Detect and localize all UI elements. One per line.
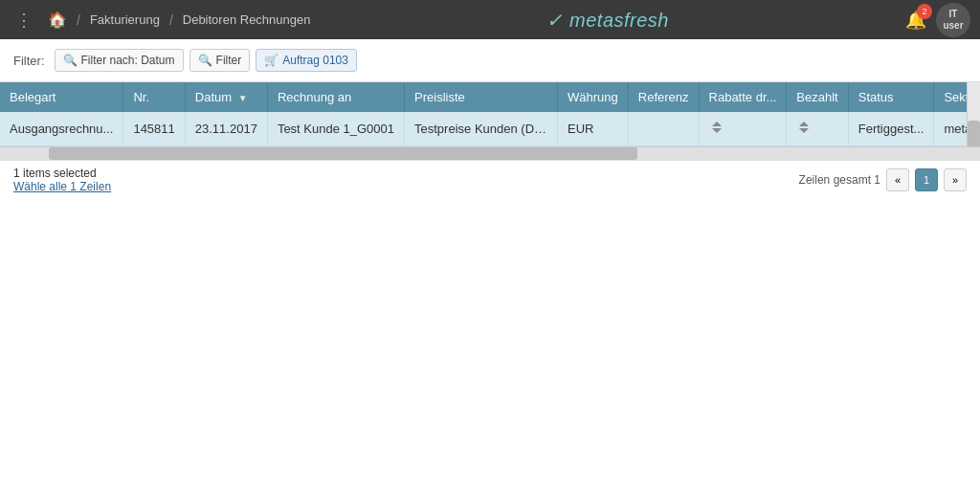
filter-button[interactable]: 🔍 Filter — [189, 49, 251, 72]
rows-total-label: Zeilen gesamt 1 — [799, 173, 880, 187]
cell-datum: 23.11.2017 — [185, 112, 267, 146]
svg-marker-0 — [712, 122, 722, 126]
sort-indicator-icon — [709, 120, 724, 135]
footer-right: Zeilen gesamt 1 « 1 » — [799, 168, 967, 191]
select-all-link[interactable]: Wähle alle 1 Zeilen — [13, 180, 111, 193]
page-next-button[interactable]: » — [944, 168, 967, 191]
svg-marker-1 — [712, 128, 722, 133]
filter-bar: Filter: 🔍 Filter nach: Datum 🔍 Filter 🛒 … — [0, 39, 980, 82]
cell-sektion: metas — [934, 112, 967, 146]
user-avatar[interactable]: IT user — [936, 3, 970, 37]
cell-waehrung: EUR — [558, 112, 629, 146]
cell-bezahlt — [787, 112, 848, 146]
sort-indicator-icon — [796, 120, 812, 135]
table-area: Belegart Nr. Datum ▼ Rechnung an — [0, 82, 967, 146]
col-nr[interactable]: Nr. — [123, 82, 185, 112]
footer-left: 1 items selected Wähle alle 1 Zeilen — [13, 167, 111, 193]
h-scrollbar-thumb — [49, 147, 636, 160]
col-preisliste[interactable]: Preisliste — [405, 82, 558, 112]
notifications-button[interactable]: 🔔 2 — [905, 10, 926, 31]
col-waehrung[interactable]: Währung — [558, 82, 629, 112]
page-current-button[interactable]: 1 — [915, 168, 938, 191]
svg-marker-2 — [799, 122, 809, 126]
breadcrumb-fakturierung[interactable]: Fakturierung — [90, 12, 160, 27]
cell-preisliste: Testpreise Kunden (Deutschla... — [405, 112, 558, 146]
filter-icon: 🔍 — [198, 54, 212, 67]
cell-status: Fertiggest... — [848, 112, 934, 146]
scrollbar-thumb — [968, 121, 980, 149]
table-body: Ausgangsrechnu... 145811 23.11.2017 Test… — [0, 112, 967, 146]
col-bezahlt[interactable]: Bezahlt — [787, 82, 848, 112]
cell-belegart: Ausgangsrechnu... — [0, 112, 123, 146]
filter-label: Filter: — [13, 54, 45, 68]
page-prev-button[interactable]: « — [886, 168, 909, 191]
col-rechnung-an[interactable]: Rechnung an — [267, 82, 404, 112]
auftrag-button[interactable]: 🛒 Auftrag 0103 — [256, 49, 357, 72]
cell-rechnung-an: Test Kunde 1_G0001 — [267, 112, 404, 146]
col-referenz[interactable]: Referenz — [628, 82, 699, 112]
cell-nr: 145811 — [123, 112, 185, 146]
sort-icon: ▼ — [238, 93, 248, 103]
topbar: ⋮ 🏠 / Fakturierung / Debitoren Rechnunge… — [0, 0, 980, 39]
cell-rabatte — [699, 112, 787, 146]
col-sektion[interactable]: Sektion — [934, 82, 967, 112]
col-belegart[interactable]: Belegart — [0, 82, 123, 112]
vertical-scrollbar[interactable] — [967, 82, 980, 146]
content-area: Filter: 🔍 Filter nach: Datum 🔍 Filter 🛒 … — [0, 39, 980, 490]
col-status[interactable]: Status — [848, 82, 934, 112]
breadcrumb-sep-1: / — [77, 12, 80, 28]
table-header: Belegart Nr. Datum ▼ Rechnung an — [0, 82, 967, 112]
data-table: Belegart Nr. Datum ▼ Rechnung an — [0, 82, 967, 146]
breadcrumb-debitoren[interactable]: Debitoren Rechnungen — [183, 12, 311, 27]
selected-count: 1 items selected — [13, 167, 111, 180]
horizontal-scrollbar[interactable] — [0, 146, 980, 160]
breadcrumb-sep-2: / — [169, 12, 173, 28]
table-row[interactable]: Ausgangsrechnu... 145811 23.11.2017 Test… — [0, 112, 967, 146]
logo: ✓ metasfresh — [546, 9, 669, 32]
menu-dots-icon[interactable]: ⋮ — [10, 10, 38, 31]
footer: 1 items selected Wähle alle 1 Zeilen Zei… — [0, 160, 980, 199]
avatar-label: IT user — [943, 9, 963, 32]
svg-marker-3 — [799, 128, 809, 133]
cell-referenz — [628, 112, 699, 146]
col-rabatte[interactable]: Rabatte dr... — [699, 82, 787, 112]
col-datum[interactable]: Datum ▼ — [185, 82, 267, 112]
search-icon: 🔍 — [63, 54, 78, 67]
order-icon: 🛒 — [264, 54, 278, 67]
filter-datum-button[interactable]: 🔍 Filter nach: Datum — [55, 49, 184, 72]
home-icon[interactable]: 🏠 — [48, 11, 67, 29]
notif-badge: 2 — [917, 4, 932, 19]
table-outer: Belegart Nr. Datum ▼ Rechnung an — [0, 82, 980, 146]
